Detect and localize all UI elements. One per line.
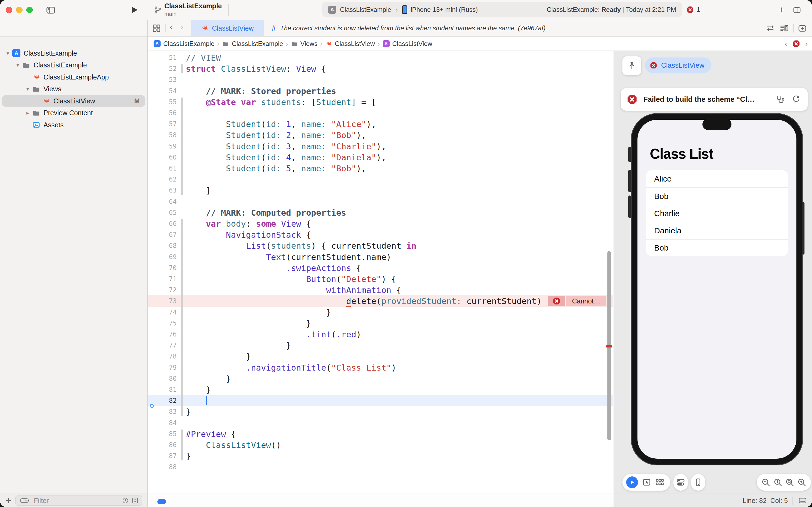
code-line-65[interactable]: 65 // MARK: Computed properties	[148, 207, 613, 218]
code-line-87[interactable]: 87}	[148, 450, 613, 462]
run-destination[interactable]: iPhone 13+ mini (Russ)	[411, 6, 478, 13]
device-settings-button[interactable]	[674, 474, 688, 491]
sidebar-item-preview-content[interactable]: ▸Preview Content	[0, 107, 147, 119]
code-line-55[interactable]: 55 @State var students: [Student] = [	[148, 97, 613, 108]
line-number[interactable]: 88	[148, 461, 177, 472]
zoom-fit-icon[interactable]	[785, 478, 794, 487]
code-line-77[interactable]: 77 }	[148, 340, 613, 351]
live-preview-button[interactable]	[626, 476, 638, 488]
code-line-75[interactable]: 75 }	[148, 318, 613, 329]
code-line-85[interactable]: 85#Preview {	[148, 428, 613, 440]
code-line-73[interactable]: 73 delete(providedStudent: currentStuden…	[148, 295, 613, 307]
error-count[interactable]: 1	[697, 6, 700, 13]
zoom-in-icon[interactable]	[797, 478, 806, 487]
code-line-78[interactable]: 78 }	[148, 351, 613, 362]
go-forward-icon[interactable]: ›	[180, 22, 183, 32]
code-line-64[interactable]: 64	[148, 196, 613, 207]
line-number[interactable]: 51	[148, 52, 177, 63]
next-issue-icon[interactable]: ›	[805, 39, 808, 48]
line-number[interactable]: 76	[148, 329, 177, 340]
line-number[interactable]: 79	[148, 362, 177, 373]
code-line-52[interactable]: 52struct ClassListView: View {	[148, 63, 613, 74]
code-line-59[interactable]: 59 Student(id: 3, name: "Charlie"),	[148, 141, 613, 152]
code-line-70[interactable]: 70 .swipeActions {	[148, 262, 613, 274]
code-line-53[interactable]: 53	[148, 74, 613, 86]
code-line-63[interactable]: 63 ]	[148, 185, 613, 196]
line-number[interactable]: 56	[148, 107, 177, 119]
fullscreen-window-button[interactable]	[26, 7, 33, 13]
code-line-88[interactable]: 88	[148, 461, 613, 472]
line-number[interactable]: 73	[148, 295, 177, 307]
source-editor[interactable]: 51// VIEW52struct ClassListView: View {5…	[148, 51, 613, 494]
line-number[interactable]: 86	[148, 439, 177, 451]
code-line-81[interactable]: 81 }	[148, 384, 613, 395]
line-number[interactable]: 68	[148, 240, 177, 251]
line-number[interactable]: 80	[148, 373, 177, 384]
code-line-80[interactable]: 80 }	[148, 373, 613, 384]
line-number[interactable]: 72	[148, 284, 177, 296]
line-number[interactable]: 65	[148, 207, 177, 218]
disclosure-open-icon[interactable]: ▾	[4, 50, 11, 56]
toggle-inspector-icon[interactable]	[792, 6, 802, 14]
navigator-filter-field[interactable]: Filter	[15, 496, 142, 506]
code-line-83[interactable]: 83}	[148, 406, 613, 417]
code-line-79[interactable]: 79 .navigationTitle("Class List")	[148, 362, 613, 373]
line-number[interactable]: 77	[148, 340, 177, 351]
error-badge-message[interactable]: Cannot…	[566, 296, 606, 306]
pin-preview-button[interactable]	[623, 56, 641, 75]
line-number[interactable]: 54	[148, 86, 177, 97]
code-line-72[interactable]: 72 withAnimation {	[148, 284, 613, 296]
line-number[interactable]: 84	[148, 417, 177, 429]
device-button[interactable]	[691, 474, 705, 491]
tab-overview-icon[interactable]	[152, 23, 161, 33]
previous-issue-icon[interactable]: ‹	[785, 39, 787, 48]
swap-editor-icon[interactable]	[766, 23, 775, 33]
line-number[interactable]: 63	[148, 185, 177, 196]
line-number[interactable]: 57	[148, 118, 177, 130]
disclosure-closed-icon[interactable]: ▸	[24, 110, 31, 116]
line-number[interactable]: 78	[148, 351, 177, 362]
minimize-window-button[interactable]	[16, 7, 22, 13]
go-back-icon[interactable]: ‹	[170, 22, 173, 32]
line-number[interactable]: 52	[148, 63, 177, 74]
line-number[interactable]: 74	[148, 307, 177, 318]
disclosure-open-icon[interactable]: ▾	[24, 86, 31, 92]
zoom-out-icon[interactable]	[761, 478, 770, 487]
sidebar-item-classlistexampleapp[interactable]: ClassListExampleApp	[0, 71, 147, 83]
code-line-82[interactable]: 82	[148, 395, 613, 406]
selectable-preview-icon[interactable]	[642, 478, 651, 487]
sidebar-item-classlistexample[interactable]: ▾ClassListExample	[0, 59, 147, 71]
sidebar-item-views[interactable]: ▾Views	[0, 83, 147, 95]
breadcrumb-item-classlistview[interactable]: ClassListView	[325, 40, 375, 48]
diagnostics-icon[interactable]	[775, 95, 785, 104]
code-line-60[interactable]: 60 Student(id: 4, name: "Daniela"),	[148, 152, 613, 163]
line-number[interactable]: 61	[148, 163, 177, 174]
code-line-62[interactable]: 62	[148, 174, 613, 185]
breadcrumb-item-classlistexample[interactable]: ClassListExample	[222, 40, 283, 48]
scheme-name[interactable]: ClassListExample	[340, 6, 391, 13]
line-number[interactable]: 81	[148, 384, 177, 395]
code-line-76[interactable]: 76 .tint(.red)	[148, 329, 613, 340]
breadcrumb-item-views[interactable]: Views	[291, 40, 317, 48]
breadcrumb-item-classlistview[interactable]: SClassListView	[383, 40, 432, 48]
code-line-67[interactable]: 67 NavigationStack {	[148, 229, 613, 240]
line-number[interactable]: 70	[148, 262, 177, 274]
close-window-button[interactable]	[6, 7, 12, 13]
run-button[interactable]	[129, 5, 139, 15]
error-badge-icon[interactable]	[548, 296, 565, 306]
code-line-54[interactable]: 54 // MARK: Stored properties	[148, 86, 613, 97]
code-line-74[interactable]: 74 }	[148, 307, 613, 318]
code-line-71[interactable]: 71 Button("Delete") {	[148, 273, 613, 285]
code-line-57[interactable]: 57 Student(id: 1, name: "Alice"),	[148, 118, 613, 130]
tab-classlistview[interactable]: ClassListView	[191, 20, 264, 36]
add-editor-icon[interactable]	[797, 23, 808, 33]
breadcrumb-item-classlistexample[interactable]: AClassListExample	[154, 40, 215, 48]
line-number[interactable]: 55	[148, 97, 177, 108]
line-number[interactable]: 71	[148, 273, 177, 285]
preview-target-pill[interactable]: ClassListView	[645, 57, 711, 73]
error-count-icon[interactable]	[686, 6, 694, 13]
disclosure-open-icon[interactable]: ▾	[14, 62, 21, 68]
source-control-status-icon[interactable]	[131, 497, 138, 504]
code-line-58[interactable]: 58 Student(id: 2, name: "Bob"),	[148, 129, 613, 141]
line-number[interactable]: 59	[148, 141, 177, 152]
